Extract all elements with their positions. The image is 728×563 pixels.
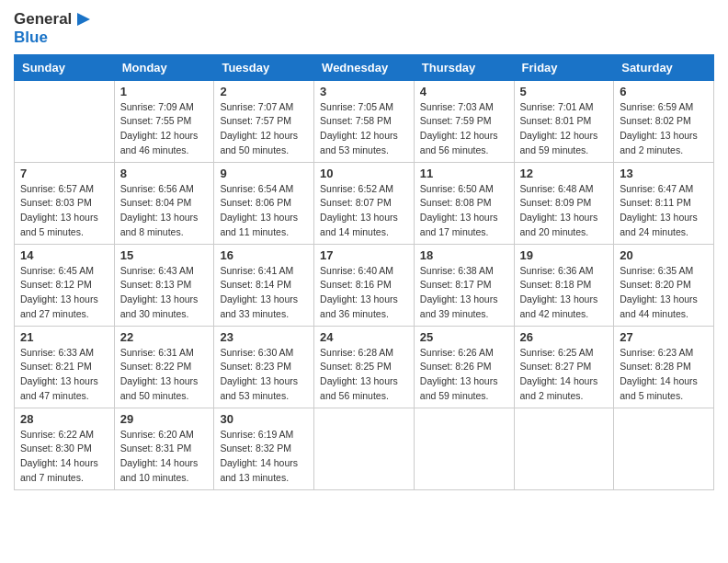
day-number: 28 xyxy=(20,412,108,426)
sunset: Sunset: 8:23 PM xyxy=(220,361,291,372)
day-number: 18 xyxy=(420,248,508,262)
day-info: Sunrise: 7:05 AM Sunset: 7:58 PM Dayligh… xyxy=(320,100,408,158)
sunrise: Sunrise: 6:22 AM xyxy=(20,429,94,440)
sunrise: Sunrise: 6:36 AM xyxy=(520,265,594,276)
day-info: Sunrise: 6:28 AM Sunset: 8:25 PM Dayligh… xyxy=(320,346,408,404)
sunset: Sunset: 8:08 PM xyxy=(420,197,492,208)
daylight: Daylight: 14 hours and 5 minutes. xyxy=(620,375,698,401)
day-info: Sunrise: 6:47 AM Sunset: 8:11 PM Dayligh… xyxy=(620,182,708,240)
day-number: 2 xyxy=(220,85,308,98)
sunrise: Sunrise: 6:19 AM xyxy=(220,429,293,440)
day-info: Sunrise: 6:40 AM Sunset: 8:16 PM Dayligh… xyxy=(320,264,408,322)
daylight: Daylight: 13 hours and 33 minutes. xyxy=(220,293,298,319)
calendar-cell: 23 Sunrise: 6:30 AM Sunset: 8:23 PM Dayl… xyxy=(214,326,314,408)
day-number: 29 xyxy=(120,412,209,426)
sunset: Sunset: 8:01 PM xyxy=(520,115,592,126)
day-number: 21 xyxy=(20,330,108,344)
calendar-cell: 6 Sunrise: 6:59 AM Sunset: 8:02 PM Dayli… xyxy=(614,80,714,162)
sunset: Sunset: 8:14 PM xyxy=(220,279,291,290)
calendar-cell: 20 Sunrise: 6:35 AM Sunset: 8:20 PM Dayl… xyxy=(614,244,714,326)
calendar-cell: 17 Sunrise: 6:40 AM Sunset: 8:16 PM Dayl… xyxy=(314,244,415,326)
sunrise: Sunrise: 6:20 AM xyxy=(120,429,194,440)
sunrise: Sunrise: 6:56 AM xyxy=(120,183,194,194)
calendar-cell xyxy=(15,80,115,162)
daylight: Daylight: 12 hours and 50 minutes. xyxy=(220,130,298,155)
calendar-cell: 24 Sunrise: 6:28 AM Sunset: 8:25 PM Dayl… xyxy=(314,326,415,408)
daylight: Daylight: 14 hours and 13 minutes. xyxy=(220,457,298,483)
sunrise: Sunrise: 6:48 AM xyxy=(520,183,594,194)
sunset: Sunset: 8:21 PM xyxy=(20,361,92,372)
sunrise: Sunrise: 6:41 AM xyxy=(220,265,293,276)
day-number: 8 xyxy=(120,167,209,180)
sunset: Sunset: 8:25 PM xyxy=(320,361,392,372)
day-info: Sunrise: 6:26 AM Sunset: 8:26 PM Dayligh… xyxy=(420,346,508,404)
calendar-cell: 26 Sunrise: 6:25 AM Sunset: 8:27 PM Dayl… xyxy=(514,326,614,408)
daylight: Daylight: 14 hours and 10 minutes. xyxy=(120,457,199,483)
daylight: Daylight: 13 hours and 56 minutes. xyxy=(320,375,398,401)
calendar-cell: 4 Sunrise: 7:03 AM Sunset: 7:59 PM Dayli… xyxy=(414,80,514,162)
calendar-cell xyxy=(514,408,614,489)
sunrise: Sunrise: 6:38 AM xyxy=(420,265,494,276)
daylight: Daylight: 13 hours and 44 minutes. xyxy=(620,293,698,319)
sunrise: Sunrise: 6:54 AM xyxy=(220,183,293,194)
day-number: 3 xyxy=(320,85,408,98)
daylight: Daylight: 13 hours and 27 minutes. xyxy=(20,293,98,319)
day-number: 27 xyxy=(620,330,708,344)
daylight: Daylight: 13 hours and 8 minutes. xyxy=(120,212,199,237)
calendar-cell: 28 Sunrise: 6:22 AM Sunset: 8:30 PM Dayl… xyxy=(15,408,115,489)
sunset: Sunset: 8:11 PM xyxy=(620,197,691,208)
sunrise: Sunrise: 6:45 AM xyxy=(20,265,94,276)
sunrise: Sunrise: 6:31 AM xyxy=(120,347,194,358)
sunset: Sunset: 8:03 PM xyxy=(20,197,92,208)
calendar-cell: 11 Sunrise: 6:50 AM Sunset: 8:08 PM Dayl… xyxy=(414,162,514,244)
sunrise: Sunrise: 6:59 AM xyxy=(620,101,693,112)
day-info: Sunrise: 6:31 AM Sunset: 8:22 PM Dayligh… xyxy=(120,346,209,404)
sunrise: Sunrise: 7:05 AM xyxy=(320,101,393,112)
day-info: Sunrise: 6:33 AM Sunset: 8:21 PM Dayligh… xyxy=(20,346,108,404)
sunset: Sunset: 8:17 PM xyxy=(420,279,492,290)
sunset: Sunset: 8:28 PM xyxy=(620,361,691,372)
sunset: Sunset: 7:59 PM xyxy=(420,115,492,126)
calendar-cell xyxy=(614,408,714,489)
calendar-header-friday: Friday xyxy=(514,54,614,80)
day-number: 19 xyxy=(520,248,609,262)
calendar-cell: 9 Sunrise: 6:54 AM Sunset: 8:06 PM Dayli… xyxy=(214,162,314,244)
calendar-cell: 29 Sunrise: 6:20 AM Sunset: 8:31 PM Dayl… xyxy=(114,408,214,489)
sunrise: Sunrise: 6:52 AM xyxy=(320,183,393,194)
logo-text-blue: Blue xyxy=(14,29,94,47)
sunset: Sunset: 8:13 PM xyxy=(120,279,192,290)
sunrise: Sunrise: 6:57 AM xyxy=(20,183,94,194)
day-info: Sunrise: 6:35 AM Sunset: 8:20 PM Dayligh… xyxy=(620,264,708,322)
daylight: Daylight: 13 hours and 14 minutes. xyxy=(320,212,398,237)
daylight: Daylight: 13 hours and 47 minutes. xyxy=(20,375,98,401)
day-number: 20 xyxy=(620,248,708,262)
calendar-cell: 1 Sunrise: 7:09 AM Sunset: 7:55 PM Dayli… xyxy=(114,80,214,162)
day-info: Sunrise: 6:48 AM Sunset: 8:09 PM Dayligh… xyxy=(520,182,609,240)
calendar-cell: 12 Sunrise: 6:48 AM Sunset: 8:09 PM Dayl… xyxy=(514,162,614,244)
calendar-cell xyxy=(414,408,514,489)
day-info: Sunrise: 6:41 AM Sunset: 8:14 PM Dayligh… xyxy=(220,264,308,322)
sunset: Sunset: 8:04 PM xyxy=(120,197,192,208)
calendar-header-wednesday: Wednesday xyxy=(314,54,415,80)
sunrise: Sunrise: 6:23 AM xyxy=(620,347,693,358)
calendar-cell: 18 Sunrise: 6:38 AM Sunset: 8:17 PM Dayl… xyxy=(414,244,514,326)
day-info: Sunrise: 7:07 AM Sunset: 7:57 PM Dayligh… xyxy=(220,100,308,158)
sunrise: Sunrise: 6:26 AM xyxy=(420,347,494,358)
sunset: Sunset: 8:09 PM xyxy=(520,197,592,208)
daylight: Daylight: 12 hours and 53 minutes. xyxy=(320,130,398,155)
day-number: 16 xyxy=(220,248,308,262)
day-info: Sunrise: 7:01 AM Sunset: 8:01 PM Dayligh… xyxy=(520,100,609,158)
day-info: Sunrise: 6:36 AM Sunset: 8:18 PM Dayligh… xyxy=(520,264,609,322)
day-info: Sunrise: 7:03 AM Sunset: 7:59 PM Dayligh… xyxy=(420,100,508,158)
day-info: Sunrise: 6:52 AM Sunset: 8:07 PM Dayligh… xyxy=(320,182,408,240)
day-number: 23 xyxy=(220,330,308,344)
page-header: General Blue xyxy=(14,9,714,47)
day-number: 7 xyxy=(20,167,108,180)
day-number: 1 xyxy=(120,85,209,98)
sunrise: Sunrise: 6:28 AM xyxy=(320,347,393,358)
sunset: Sunset: 7:57 PM xyxy=(220,115,291,126)
daylight: Daylight: 13 hours and 39 minutes. xyxy=(420,293,498,319)
day-number: 30 xyxy=(220,412,308,426)
day-number: 10 xyxy=(320,167,408,180)
day-info: Sunrise: 6:57 AM Sunset: 8:03 PM Dayligh… xyxy=(20,182,108,240)
